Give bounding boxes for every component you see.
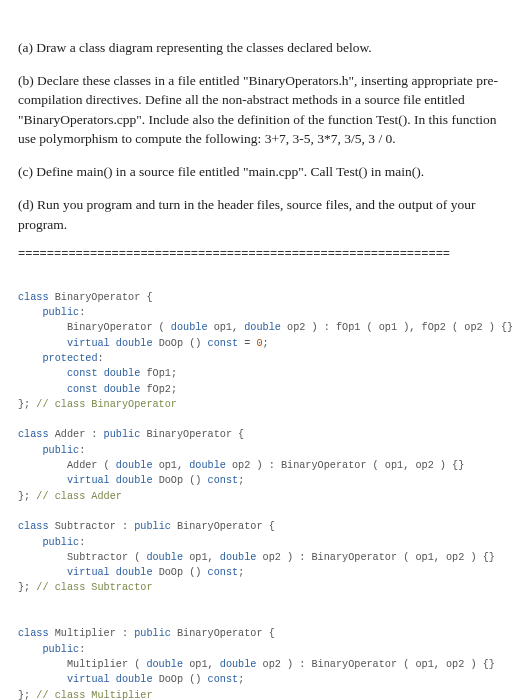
mul-doop-b: DoOp () <box>153 674 208 685</box>
colon: : <box>79 644 85 655</box>
comment-sub: // class Subtractor <box>36 582 152 593</box>
mul-ctor-a: Multiplier ( <box>18 659 146 670</box>
keyword-virtual: virtual <box>67 475 110 486</box>
type-double: double <box>116 475 153 486</box>
code-listing: class BinaryOperator { public: BinaryOpe… <box>18 275 514 701</box>
adder-doop-b: DoOp () <box>153 475 208 486</box>
keyword-const: const <box>67 384 98 395</box>
type-double: double <box>116 460 153 471</box>
semi: ; <box>238 674 244 685</box>
binop-end: }; <box>18 399 36 410</box>
mul-ctor-b: op1, <box>183 659 220 670</box>
semi: ; <box>238 567 244 578</box>
problem-c: (c) Define main() in a source file entit… <box>18 162 514 182</box>
semi: ; <box>263 338 269 349</box>
keyword-public: public <box>104 429 141 440</box>
colon: : <box>79 307 85 318</box>
eq: = <box>238 338 256 349</box>
section-divider: ========================================… <box>18 247 514 261</box>
type-double: double <box>189 460 226 471</box>
adder-ctor-a: Adder ( <box>18 460 116 471</box>
keyword-virtual: virtual <box>67 338 110 349</box>
sub-end: }; <box>18 582 36 593</box>
type-double: double <box>171 322 208 333</box>
type-double: double <box>146 552 183 563</box>
adder-end: }; <box>18 491 36 502</box>
mul-ctor-c: op2 ) : BinaryOperator ( op1, op2 ) {} <box>256 659 494 670</box>
keyword-public: public <box>42 445 79 456</box>
keyword-const: const <box>208 475 239 486</box>
sub-ctor-a: Subtractor ( <box>18 552 146 563</box>
type-double: double <box>116 567 153 578</box>
colon: : <box>98 353 104 364</box>
type-double: double <box>116 674 153 685</box>
keyword-class: class <box>18 628 49 639</box>
binop-ctor-b: op1, <box>208 322 245 333</box>
comment-mul: // class Multiplier <box>36 690 152 700</box>
binop-ctor-c: op2 ) : fOp1 ( op1 ), fOp2 ( op2 ) {} <box>281 322 513 333</box>
keyword-public: public <box>134 628 171 639</box>
type-double: double <box>104 368 141 379</box>
keyword-class: class <box>18 521 49 532</box>
sub-decl-a: Subtractor : <box>49 521 135 532</box>
mul-end: }; <box>18 690 36 700</box>
keyword-virtual: virtual <box>67 674 110 685</box>
type-double: double <box>220 552 257 563</box>
sub-ctor-b: op1, <box>183 552 220 563</box>
adder-ctor-c: op2 ) : BinaryOperator ( op1, op2 ) {} <box>226 460 464 471</box>
type-double: double <box>104 384 141 395</box>
fop1: fOp1; <box>140 368 177 379</box>
adder-decl-b: BinaryOperator { <box>140 429 244 440</box>
mul-decl-b: BinaryOperator { <box>171 628 275 639</box>
keyword-virtual: virtual <box>67 567 110 578</box>
keyword-class: class <box>18 429 49 440</box>
type-double: double <box>146 659 183 670</box>
sub-doop-b: DoOp () <box>153 567 208 578</box>
type-double: double <box>220 659 257 670</box>
adder-ctor-b: op1, <box>153 460 190 471</box>
sub-decl-b: BinaryOperator { <box>171 521 275 532</box>
keyword-protected: protected <box>42 353 97 364</box>
binop-ctor-a: BinaryOperator ( <box>18 322 171 333</box>
keyword-class: class <box>18 292 49 303</box>
comment-adder: // class Adder <box>36 491 122 502</box>
binop-decl: BinaryOperator { <box>49 292 153 303</box>
keyword-public: public <box>42 644 79 655</box>
problem-b: (b) Declare these classes in a file enti… <box>18 71 514 149</box>
keyword-public: public <box>134 521 171 532</box>
adder-decl-a: Adder : <box>49 429 104 440</box>
keyword-const: const <box>208 338 239 349</box>
keyword-public: public <box>42 307 79 318</box>
fop2: fOp2; <box>140 384 177 395</box>
comment-binop: // class BinaryOperator <box>36 399 177 410</box>
type-double: double <box>116 338 153 349</box>
keyword-const: const <box>208 674 239 685</box>
keyword-const: const <box>208 567 239 578</box>
type-double: double <box>244 322 281 333</box>
binop-doop-b: DoOp () <box>153 338 208 349</box>
colon: : <box>79 537 85 548</box>
keyword-public: public <box>42 537 79 548</box>
sub-ctor-c: op2 ) : BinaryOperator ( op1, op2 ) {} <box>256 552 494 563</box>
problem-a: (a) Draw a class diagram representing th… <box>18 38 514 58</box>
problem-d: (d) Run you program and turn in the head… <box>18 195 514 234</box>
colon: : <box>79 445 85 456</box>
semi: ; <box>238 475 244 486</box>
mul-decl-a: Multiplier : <box>49 628 135 639</box>
keyword-const: const <box>67 368 98 379</box>
